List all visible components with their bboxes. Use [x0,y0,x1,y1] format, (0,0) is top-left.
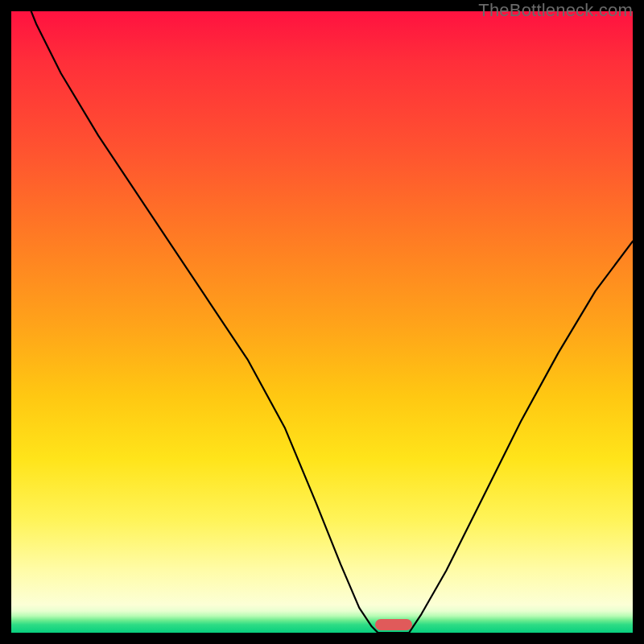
watermark-text: TheBottleneck.com [478,0,633,21]
chart-frame: TheBottleneck.com [0,0,644,644]
optimal-marker [375,619,412,630]
plot-area [11,11,633,633]
bottleneck-curve [11,11,633,633]
